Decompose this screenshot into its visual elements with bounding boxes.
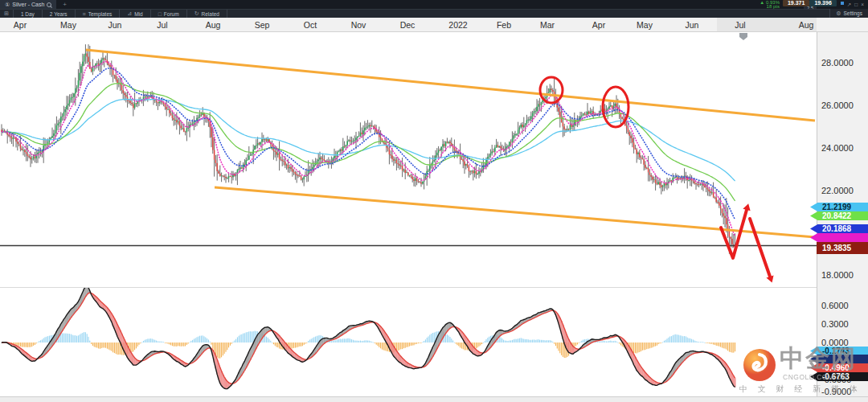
tab-title: Silver - Cash xyxy=(12,2,44,7)
forum-button[interactable]: □Forum xyxy=(151,10,187,18)
time-axis-label: Oct xyxy=(304,20,317,30)
macd-line-tag: -0.6763 xyxy=(810,372,868,381)
toolbar-button-label: Templates xyxy=(88,11,113,17)
related-icon: ↻ xyxy=(194,10,199,17)
macd-axis-label: -0.9000 xyxy=(821,387,851,396)
price-axis-label: 24.0000 xyxy=(821,143,854,153)
interval-1day-button[interactable]: 1 Day xyxy=(14,10,43,18)
time-axis[interactable]: AprMayJunJulAugSepOctNovDec2022FebMarApr… xyxy=(0,18,868,32)
ma50-price-tag: 20.8422 xyxy=(810,211,868,220)
time-axis-label: Jun xyxy=(108,20,122,30)
time-axis-label: May xyxy=(637,20,653,30)
macd-histogram-tag: -0.1743 xyxy=(810,347,868,355)
toolbar-button-label: Forum xyxy=(164,11,179,17)
mid-button[interactable]: ⊿Mid xyxy=(120,10,150,18)
window-controls: ↗ □ × xyxy=(837,0,868,9)
time-axis-label: May xyxy=(60,20,76,30)
time-axis-label: Feb xyxy=(497,20,511,30)
search-icon[interactable] xyxy=(47,2,51,7)
toolbar-button-label: 2 Years xyxy=(50,11,68,17)
macd-signal-tag: -0.4960 xyxy=(810,363,868,372)
price-axis-label: 18.0000 xyxy=(821,270,854,280)
toolbar-buttons: 1 Day2 Years≡Templates⊿Mid□Forum↻Related xyxy=(14,10,227,18)
price-macd-chart-canvas[interactable] xyxy=(0,32,817,402)
price-axis-label: 28.0000 xyxy=(821,58,854,68)
close-icon[interactable]: × xyxy=(861,2,864,7)
time-axis-label: Dec xyxy=(400,20,416,30)
toolbar-button-label: 1 Day xyxy=(21,11,35,17)
time-axis-label: Apr xyxy=(592,20,605,30)
new-tab-button[interactable]: + xyxy=(56,0,73,9)
time-axis-label: Apr xyxy=(14,20,27,30)
last-price-tag: 19.3835 xyxy=(817,242,868,254)
time-axis-label: Aug xyxy=(206,20,221,30)
ma100-price-tag: 21.2199 xyxy=(810,203,868,211)
time-axis-label: Sep xyxy=(255,20,270,30)
popout-icon[interactable]: ↗ xyxy=(847,2,851,8)
toolbar-button-label: Mid xyxy=(134,11,142,17)
layout-grid-button[interactable]: ⊞ xyxy=(0,10,14,18)
macd-axis-label: 0.3000 xyxy=(821,319,849,329)
time-axis-label: Jun xyxy=(686,20,699,30)
title-bar: ① Silver - Cash + ▲ 0.93% 18 pts 19.371 … xyxy=(0,0,868,9)
macd-axis-label: 0.0000 xyxy=(821,338,849,347)
change-readout: ▲ 0.93% 18 pts xyxy=(760,0,780,10)
macd-covered-tag xyxy=(810,355,868,363)
chart-mode-icon[interactable] xyxy=(841,2,844,5)
time-axis-label: Aug xyxy=(799,20,814,30)
toolbar: ⊞ 1 Day2 Years≡Templates⊿Mid□Forum↻Relat… xyxy=(0,9,868,18)
restore-icon[interactable]: □ xyxy=(854,2,858,7)
time-axis-label: Mar xyxy=(540,20,555,30)
trading-app-window: ① Silver - Cash + ▲ 0.93% 18 pts 19.371 … xyxy=(0,0,868,402)
ma10-price-tag xyxy=(810,233,868,242)
forum-icon: □ xyxy=(158,11,162,17)
time-axis-label: Nov xyxy=(351,20,366,30)
related-button[interactable]: ↻Related xyxy=(187,10,227,18)
grid-icon: ⊞ xyxy=(4,10,9,17)
tab-silver-cash[interactable]: ① Silver - Cash xyxy=(0,0,56,9)
bottom-pane-strip xyxy=(0,396,868,402)
templates-button[interactable]: ≡Templates xyxy=(76,10,121,18)
price-axis-label: 26.0000 xyxy=(821,100,854,110)
templates-icon: ≡ xyxy=(83,11,86,17)
settings-label: Settings xyxy=(844,10,863,16)
range-2years-button[interactable]: 2 Years xyxy=(43,10,76,18)
mid-icon: ⊿ xyxy=(127,10,132,17)
time-axis-label: 2022 xyxy=(448,20,467,30)
time-axis-label: Jul xyxy=(157,20,167,30)
macd-axis-label: 0.6000 xyxy=(821,301,849,310)
time-axis-label: Jul xyxy=(735,20,745,30)
settings-button[interactable]: ⚙ Settings xyxy=(829,9,868,18)
ma25-price-tag: 20.1868 xyxy=(810,224,868,233)
price-axis-label: 22.0000 xyxy=(821,186,854,195)
toolbar-button-label: Related xyxy=(202,11,219,17)
gear-icon: ⚙ xyxy=(836,10,841,17)
tab-index-badge: ① xyxy=(5,2,10,8)
